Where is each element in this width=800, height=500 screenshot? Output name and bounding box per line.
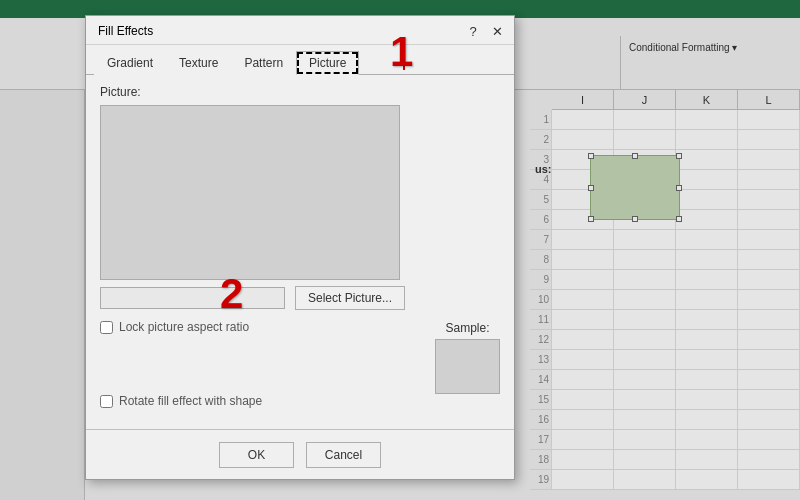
picture-preview-area xyxy=(100,105,400,280)
select-picture-row: Select Picture... xyxy=(100,286,500,310)
rotate-fill-row: Rotate fill effect with shape xyxy=(100,394,500,408)
ok-button[interactable]: OK xyxy=(219,442,294,468)
tab-picture[interactable]: Picture xyxy=(296,51,359,75)
cancel-button[interactable]: Cancel xyxy=(306,442,381,468)
dialog-tabs: Gradient Texture Pattern Picture xyxy=(86,45,514,75)
dialog-content: Picture: Select Picture... Lock picture … xyxy=(86,75,514,426)
dialog-title: Fill Effects xyxy=(98,24,153,38)
filename-input[interactable] xyxy=(100,287,285,309)
select-picture-button[interactable]: Select Picture... xyxy=(295,286,405,310)
tab-gradient[interactable]: Gradient xyxy=(94,51,166,75)
fill-effects-dialog: Fill Effects ? ✕ Gradient Texture Patter… xyxy=(85,15,515,480)
dialog-title-bar: Fill Effects ? ✕ xyxy=(86,16,514,45)
dialog-close-button[interactable]: ✕ xyxy=(488,22,506,40)
rotate-fill-label: Rotate fill effect with shape xyxy=(119,394,262,408)
dialog-footer: OK Cancel xyxy=(86,429,514,479)
sample-preview-box xyxy=(435,339,500,394)
lock-aspect-ratio-label: Lock picture aspect ratio xyxy=(119,320,249,334)
sample-label: Sample: xyxy=(435,321,500,335)
dialog-title-actions: ? ✕ xyxy=(464,22,506,40)
rotate-fill-checkbox[interactable] xyxy=(100,395,113,408)
sample-section: Sample: xyxy=(435,321,500,394)
tab-pattern[interactable]: Pattern xyxy=(231,51,296,75)
tab-texture[interactable]: Texture xyxy=(166,51,231,75)
lock-aspect-ratio-checkbox[interactable] xyxy=(100,321,113,334)
picture-section-label: Picture: xyxy=(100,85,500,99)
dialog-help-button[interactable]: ? xyxy=(464,22,482,40)
